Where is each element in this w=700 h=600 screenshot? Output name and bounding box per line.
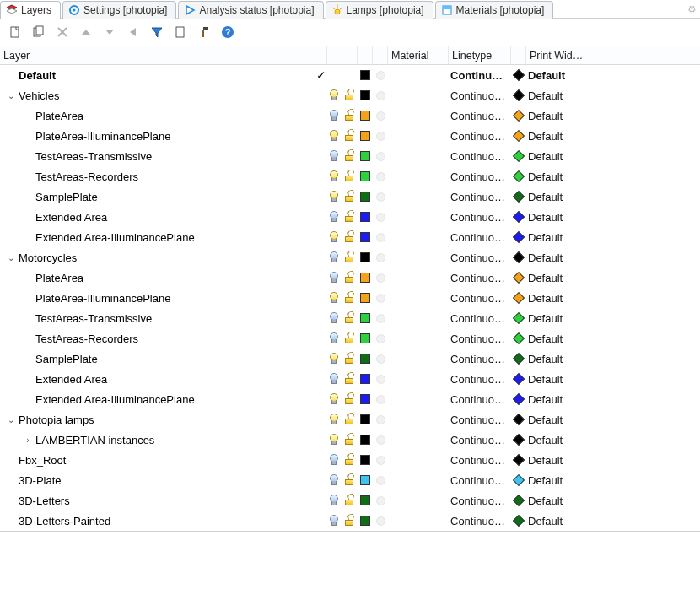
layer-color-swatch[interactable] xyxy=(358,333,373,343)
visibility-bulb-icon[interactable] xyxy=(327,89,342,101)
printwidth-value[interactable]: Default xyxy=(526,434,607,446)
lock-icon[interactable] xyxy=(342,455,358,465)
material-swatch[interactable] xyxy=(373,334,388,343)
printwidth-value[interactable]: Default xyxy=(526,495,607,507)
printcolor-diamond-icon[interactable] xyxy=(511,273,526,282)
layer-color-swatch[interactable] xyxy=(358,252,373,262)
lock-icon[interactable] xyxy=(342,232,358,242)
col-linetype[interactable]: Linetype xyxy=(449,46,511,64)
printcolor-diamond-icon[interactable] xyxy=(511,354,526,363)
lock-icon[interactable] xyxy=(342,394,358,404)
sheet-icon[interactable] xyxy=(172,24,189,41)
layer-color-swatch[interactable] xyxy=(358,232,373,242)
printwidth-value[interactable]: Default xyxy=(526,292,607,305)
linetype-value[interactable]: Continuo… xyxy=(449,353,511,365)
material-swatch[interactable] xyxy=(373,192,388,202)
material-swatch[interactable] xyxy=(373,111,388,121)
layer-row[interactable]: SamplePlateContinuo…Default xyxy=(0,349,700,369)
layer-row[interactable]: TestAreas-RecordersContinuo…Default xyxy=(0,328,700,349)
printcolor-diamond-icon[interactable] xyxy=(511,516,526,525)
layer-color-swatch[interactable] xyxy=(358,90,373,100)
layer-row[interactable]: TestAreas-TransmissiveContinuo…Default xyxy=(0,146,700,166)
layer-color-swatch[interactable] xyxy=(358,131,373,141)
linetype-value[interactable]: Continuo… xyxy=(449,292,511,305)
material-swatch[interactable] xyxy=(373,91,388,100)
tab-settings[interactable]: Settings [photopia] xyxy=(62,1,176,19)
material-swatch[interactable] xyxy=(373,233,388,242)
material-swatch[interactable] xyxy=(373,476,388,485)
printcolor-diamond-icon[interactable] xyxy=(511,375,526,383)
lock-icon[interactable] xyxy=(342,131,358,141)
lock-icon[interactable] xyxy=(342,90,358,100)
layer-color-swatch[interactable] xyxy=(358,273,373,283)
material-swatch[interactable] xyxy=(373,456,388,465)
printwidth-value[interactable]: Default xyxy=(526,110,607,122)
visibility-bulb-icon[interactable] xyxy=(327,292,342,304)
material-swatch[interactable] xyxy=(373,273,388,283)
linetype-value[interactable]: Continuo… xyxy=(449,170,511,183)
printwidth-value[interactable]: Default xyxy=(526,373,607,386)
printcolor-diamond-icon[interactable] xyxy=(511,152,526,160)
printwidth-value[interactable]: Default xyxy=(526,332,607,345)
printwidth-value[interactable]: Default xyxy=(526,454,607,467)
printcolor-diamond-icon[interactable] xyxy=(511,213,526,221)
linetype-value[interactable]: Continuo… xyxy=(449,211,511,224)
visibility-bulb-icon[interactable] xyxy=(327,495,342,506)
layer-row[interactable]: PlateAreaContinuo…Default xyxy=(0,268,700,288)
layer-row[interactable]: Default✓Continu…Default xyxy=(0,65,700,85)
material-swatch[interactable] xyxy=(373,213,388,222)
layer-row[interactable]: PlateArea-IlluminancePlaneContinuo…Defau… xyxy=(0,126,700,146)
layer-row[interactable]: ›LAMBERTIAN instancesContinuo…Default xyxy=(0,430,700,450)
printcolor-diamond-icon[interactable] xyxy=(511,111,526,120)
layer-color-swatch[interactable] xyxy=(358,171,373,181)
visibility-bulb-icon[interactable] xyxy=(327,332,342,344)
visibility-bulb-icon[interactable] xyxy=(327,414,342,425)
linetype-value[interactable]: Continuo… xyxy=(449,89,511,102)
material-swatch[interactable] xyxy=(373,435,388,445)
linetype-value[interactable]: Continu… xyxy=(449,69,511,82)
col-material-swatch[interactable] xyxy=(373,46,388,64)
printwidth-value[interactable]: Default xyxy=(526,353,607,365)
printwidth-value[interactable]: Default xyxy=(526,170,607,183)
linetype-value[interactable]: Continuo… xyxy=(449,150,511,163)
tab-layers[interactable]: Layers xyxy=(0,1,61,19)
printcolor-diamond-icon[interactable] xyxy=(511,91,526,100)
lock-icon[interactable] xyxy=(342,475,358,485)
layer-row[interactable]: Fbx_RootContinuo…Default xyxy=(0,450,700,470)
printcolor-diamond-icon[interactable] xyxy=(511,132,526,140)
lock-icon[interactable] xyxy=(342,212,358,222)
visibility-bulb-icon[interactable] xyxy=(327,251,342,263)
printwidth-value[interactable]: Default xyxy=(526,251,607,264)
material-swatch[interactable] xyxy=(373,415,388,424)
material-swatch[interactable] xyxy=(373,253,388,262)
lock-icon[interactable] xyxy=(342,192,358,202)
layer-row[interactable]: ⌄Photopia lampsContinuo…Default xyxy=(0,409,700,430)
layer-color-swatch[interactable] xyxy=(358,516,373,526)
printcolor-diamond-icon[interactable] xyxy=(511,192,526,201)
layer-color-swatch[interactable] xyxy=(358,313,373,323)
visibility-bulb-icon[interactable] xyxy=(327,434,342,446)
material-swatch[interactable] xyxy=(373,496,388,505)
linetype-value[interactable]: Continuo… xyxy=(449,231,511,244)
layer-row[interactable]: Extended Area-IlluminancePlaneContinuo…D… xyxy=(0,389,700,409)
layer-row[interactable]: TestAreas-RecordersContinuo…Default xyxy=(0,166,700,186)
material-swatch[interactable] xyxy=(373,314,388,323)
printcolor-diamond-icon[interactable] xyxy=(511,334,526,343)
visibility-bulb-icon[interactable] xyxy=(327,150,342,162)
col-lock[interactable] xyxy=(342,46,358,64)
printwidth-value[interactable]: Default xyxy=(526,191,607,203)
layer-row[interactable]: Extended AreaContinuo…Default xyxy=(0,207,700,227)
visibility-bulb-icon[interactable] xyxy=(327,373,342,385)
linetype-value[interactable]: Continuo… xyxy=(449,495,511,507)
visibility-bulb-icon[interactable] xyxy=(327,454,342,466)
layer-color-swatch[interactable] xyxy=(358,495,373,505)
printcolor-diamond-icon[interactable] xyxy=(511,253,526,262)
layer-color-swatch[interactable] xyxy=(358,475,373,485)
visibility-bulb-icon[interactable] xyxy=(327,312,342,324)
lock-icon[interactable] xyxy=(342,313,358,323)
printcolor-diamond-icon[interactable] xyxy=(511,456,526,464)
linetype-value[interactable]: Continuo… xyxy=(449,474,511,487)
material-swatch[interactable] xyxy=(373,152,388,161)
printwidth-value[interactable]: Default xyxy=(526,211,607,224)
lock-icon[interactable] xyxy=(342,171,358,181)
